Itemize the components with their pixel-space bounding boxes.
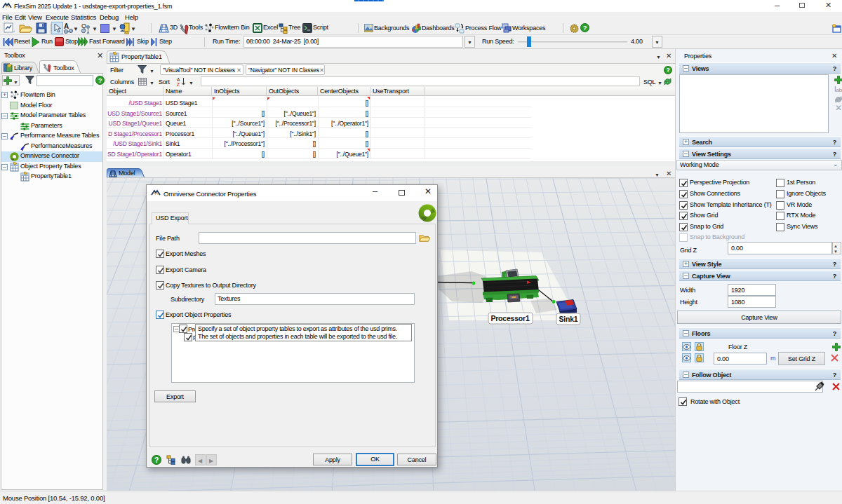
svg-text:?: ? <box>154 456 159 464</box>
svg-text:Processor1: Processor1 <box>490 314 530 322</box>
svg-text:?: ? <box>583 24 587 32</box>
svg-text:Z: Z <box>177 82 180 86</box>
svg-text:Q: Q <box>81 22 86 29</box>
svg-text:?: ? <box>666 67 669 74</box>
svg-text:A: A <box>177 77 180 82</box>
svg-text:A: A <box>64 22 69 30</box>
svg-text:?: ? <box>98 76 102 84</box>
svg-text:Sink1: Sink1 <box>559 315 577 323</box>
